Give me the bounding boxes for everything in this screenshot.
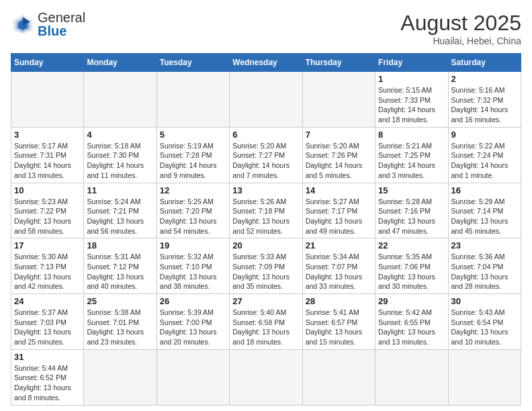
day-number: 29 [378,296,445,306]
day-info: Sunrise: 5:34 AM Sunset: 7:07 PM Dayligh… [306,252,372,291]
logo: General Blue [11,11,85,38]
day-info: Sunrise: 5:40 AM Sunset: 6:58 PM Dayligh… [232,308,299,347]
weekday-header: Sunday [11,54,84,72]
calendar-cell: 6Sunrise: 5:20 AM Sunset: 7:27 PM Daylig… [230,127,302,183]
location: Huailai, Hebei, China [400,36,521,46]
day-number: 23 [451,240,518,250]
calendar-cell [448,349,521,405]
page-header: General Blue August 2025 Huailai, Hebei,… [11,11,521,46]
day-info: Sunrise: 5:26 AM Sunset: 7:18 PM Dayligh… [232,197,299,236]
weekday-header: Tuesday [157,54,229,72]
day-number: 19 [160,240,226,250]
day-number: 31 [14,352,81,362]
title-block: August 2025 Huailai, Hebei, China [400,11,521,46]
day-info: Sunrise: 5:37 AM Sunset: 7:03 PM Dayligh… [14,308,81,347]
day-number: 20 [232,240,299,250]
calendar: SundayMondayTuesdayWednesdayThursdayFrid… [11,53,521,406]
calendar-cell: 12Sunrise: 5:25 AM Sunset: 7:20 PM Dayli… [157,183,229,238]
day-number: 17 [14,240,81,250]
calendar-cell: 27Sunrise: 5:40 AM Sunset: 6:58 PM Dayli… [230,294,302,350]
day-info: Sunrise: 5:39 AM Sunset: 7:00 PM Dayligh… [160,308,226,347]
calendar-cell: 11Sunrise: 5:24 AM Sunset: 7:21 PM Dayli… [84,183,157,238]
day-info: Sunrise: 5:20 AM Sunset: 7:27 PM Dayligh… [232,141,299,181]
day-number: 14 [306,185,372,195]
calendar-cell: 2Sunrise: 5:16 AM Sunset: 7:32 PM Daylig… [448,72,521,128]
day-info: Sunrise: 5:35 AM Sunset: 7:06 PM Dayligh… [378,252,445,291]
day-info: Sunrise: 5:21 AM Sunset: 7:25 PM Dayligh… [378,141,445,181]
calendar-cell [230,72,302,128]
day-number: 10 [14,185,81,195]
day-info: Sunrise: 5:38 AM Sunset: 7:01 PM Dayligh… [87,308,153,347]
calendar-cell: 17Sunrise: 5:30 AM Sunset: 7:13 PM Dayli… [11,238,84,294]
day-number: 26 [160,296,226,306]
calendar-cell: 23Sunrise: 5:36 AM Sunset: 7:04 PM Dayli… [448,238,521,294]
calendar-cell: 21Sunrise: 5:34 AM Sunset: 7:07 PM Dayli… [302,238,375,294]
month-year: August 2025 [400,11,521,36]
day-info: Sunrise: 5:27 AM Sunset: 7:17 PM Dayligh… [306,197,372,236]
day-number: 21 [306,240,372,250]
day-info: Sunrise: 5:31 AM Sunset: 7:12 PM Dayligh… [87,252,153,291]
weekday-header: Monday [84,54,157,72]
day-number: 7 [306,130,372,140]
day-number: 3 [14,130,81,140]
day-info: Sunrise: 5:19 AM Sunset: 7:28 PM Dayligh… [160,141,226,181]
day-info: Sunrise: 5:43 AM Sunset: 6:54 PM Dayligh… [451,308,518,347]
calendar-cell: 29Sunrise: 5:42 AM Sunset: 6:55 PM Dayli… [375,294,448,350]
day-number: 9 [451,130,518,140]
day-info: Sunrise: 5:24 AM Sunset: 7:21 PM Dayligh… [87,197,153,236]
day-number: 1 [378,74,445,84]
calendar-week-row: 3Sunrise: 5:17 AM Sunset: 7:31 PM Daylig… [11,127,521,183]
day-info: Sunrise: 5:15 AM Sunset: 7:33 PM Dayligh… [378,85,445,125]
calendar-cell [230,349,302,405]
day-number: 5 [160,130,226,140]
calendar-week-row: 17Sunrise: 5:30 AM Sunset: 7:13 PM Dayli… [11,238,521,294]
calendar-cell: 22Sunrise: 5:35 AM Sunset: 7:06 PM Dayli… [375,238,448,294]
weekday-header: Thursday [302,54,375,72]
calendar-cell: 30Sunrise: 5:43 AM Sunset: 6:54 PM Dayli… [448,294,521,350]
calendar-cell [157,349,229,405]
day-number: 12 [160,185,226,195]
day-info: Sunrise: 5:29 AM Sunset: 7:14 PM Dayligh… [451,197,518,236]
day-number: 30 [451,296,518,306]
calendar-week-row: 10Sunrise: 5:23 AM Sunset: 7:22 PM Dayli… [11,183,521,238]
calendar-cell: 14Sunrise: 5:27 AM Sunset: 7:17 PM Dayli… [302,183,375,238]
day-info: Sunrise: 5:23 AM Sunset: 7:22 PM Dayligh… [14,197,81,236]
day-info: Sunrise: 5:18 AM Sunset: 7:30 PM Dayligh… [87,141,153,181]
day-info: Sunrise: 5:17 AM Sunset: 7:31 PM Dayligh… [14,141,81,181]
day-info: Sunrise: 5:25 AM Sunset: 7:20 PM Dayligh… [160,197,226,236]
logo-text: General Blue [38,11,85,38]
calendar-cell: 19Sunrise: 5:32 AM Sunset: 7:10 PM Dayli… [157,238,229,294]
day-info: Sunrise: 5:28 AM Sunset: 7:16 PM Dayligh… [378,197,445,236]
day-info: Sunrise: 5:36 AM Sunset: 7:04 PM Dayligh… [451,252,518,291]
calendar-cell: 10Sunrise: 5:23 AM Sunset: 7:22 PM Dayli… [11,183,84,238]
calendar-cell [302,349,375,405]
day-number: 28 [306,296,372,306]
calendar-cell [84,72,157,128]
day-number: 18 [87,240,153,250]
day-number: 11 [87,185,153,195]
day-number: 15 [378,185,445,195]
calendar-cell: 8Sunrise: 5:21 AM Sunset: 7:25 PM Daylig… [375,127,448,183]
day-number: 27 [232,296,299,306]
calendar-cell [157,72,229,128]
day-number: 22 [378,240,445,250]
day-info: Sunrise: 5:32 AM Sunset: 7:10 PM Dayligh… [160,252,226,291]
calendar-cell [302,72,375,128]
calendar-cell: 3Sunrise: 5:17 AM Sunset: 7:31 PM Daylig… [11,127,84,183]
calendar-cell: 5Sunrise: 5:19 AM Sunset: 7:28 PM Daylig… [157,127,229,183]
calendar-cell: 16Sunrise: 5:29 AM Sunset: 7:14 PM Dayli… [448,183,521,238]
day-number: 4 [87,130,153,140]
calendar-cell: 28Sunrise: 5:41 AM Sunset: 6:57 PM Dayli… [302,294,375,350]
day-info: Sunrise: 5:42 AM Sunset: 6:55 PM Dayligh… [378,308,445,347]
calendar-cell: 25Sunrise: 5:38 AM Sunset: 7:01 PM Dayli… [84,294,157,350]
calendar-cell: 1Sunrise: 5:15 AM Sunset: 7:33 PM Daylig… [375,72,448,128]
day-number: 24 [14,296,81,306]
weekday-header: Wednesday [230,54,302,72]
day-number: 8 [378,130,445,140]
day-number: 25 [87,296,153,306]
calendar-cell [84,349,157,405]
weekday-header: Saturday [448,54,521,72]
day-info: Sunrise: 5:16 AM Sunset: 7:32 PM Dayligh… [451,85,518,125]
calendar-cell: 13Sunrise: 5:26 AM Sunset: 7:18 PM Dayli… [230,183,302,238]
day-info: Sunrise: 5:41 AM Sunset: 6:57 PM Dayligh… [306,308,372,347]
